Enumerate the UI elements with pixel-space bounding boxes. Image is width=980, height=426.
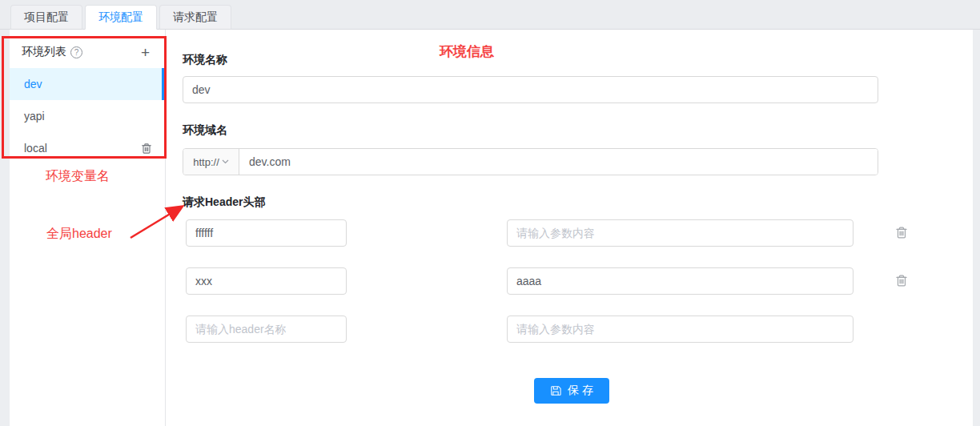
env-domain-label: 环境域名 <box>183 123 227 138</box>
environment-item-yapi[interactable]: yapi <box>10 100 165 132</box>
delete-header-row-trash-icon[interactable] <box>894 225 909 240</box>
delete-header-row-trash-icon[interactable] <box>894 273 909 288</box>
environment-config-page: 项目配置 环境配置 请求配置 环境列表 ? + dev yapi local <box>0 0 980 426</box>
header-key-input[interactable] <box>186 267 347 295</box>
environment-item-label: yapi <box>24 100 45 132</box>
save-floppy-icon <box>550 385 561 396</box>
tab-request-config[interactable]: 请求配置 <box>159 5 231 30</box>
environment-item-local[interactable]: local <box>10 132 165 164</box>
header-value-input[interactable] <box>507 267 853 295</box>
add-environment-plus-icon[interactable]: + <box>141 45 150 60</box>
env-domain-input[interactable] <box>239 149 878 175</box>
header-key-input[interactable] <box>186 315 347 343</box>
chevron-down-icon <box>222 159 229 164</box>
header-value-input[interactable] <box>507 219 853 247</box>
protocol-label: http:// <box>193 156 219 168</box>
env-name-input[interactable] <box>183 76 878 103</box>
tab-environment-config[interactable]: 环境配置 <box>85 5 157 30</box>
annotation-env-var-name: 环境变量名 <box>46 168 110 185</box>
env-name-label: 环境名称 <box>183 53 227 67</box>
header-key-input[interactable] <box>186 219 347 247</box>
protocol-select[interactable]: http:// <box>183 149 239 175</box>
env-domain-group: http:// <box>183 148 878 175</box>
delete-environment-trash-icon[interactable] <box>140 142 153 155</box>
tab-project-config[interactable]: 项目配置 <box>10 5 82 30</box>
environment-list-title: 环境列表 <box>22 45 66 59</box>
annotation-env-info: 环境信息 <box>440 42 494 61</box>
request-header-label: 请求Header头部 <box>183 195 265 210</box>
save-button-label: 保 存 <box>568 384 593 398</box>
environment-item-label: dev <box>24 68 42 100</box>
config-tabbar: 项目配置 环境配置 请求配置 <box>0 0 980 30</box>
annotation-global-header: 全局header <box>46 226 112 243</box>
help-question-circle-icon[interactable]: ? <box>70 46 82 58</box>
environment-list: dev yapi local <box>10 68 165 164</box>
environment-item-dev[interactable]: dev <box>10 68 165 100</box>
header-value-input[interactable] <box>507 315 853 343</box>
environment-list-header: 环境列表 ? + <box>10 37 165 67</box>
save-button[interactable]: 保 存 <box>534 378 609 404</box>
environment-item-label: local <box>24 132 47 164</box>
